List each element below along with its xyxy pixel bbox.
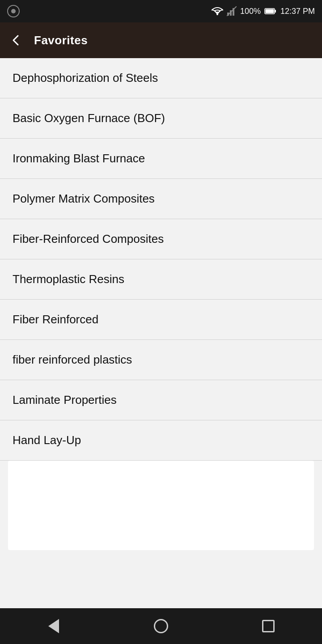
list-item[interactable]: fiber reinforced plastics [0,340,322,380]
battery-icon [264,8,277,15]
recent-nav-icon [262,620,275,632]
status-bar-left [7,5,20,17]
list-item-text: Laminate Properties [13,393,117,407]
home-nav-icon [154,619,168,633]
list-item-text: Fiber Reinforced [13,313,98,326]
battery-percentage: 100% [240,7,261,16]
list-item[interactable]: Laminate Properties [0,380,322,420]
list-item-text: fiber reinforced plastics [13,353,132,367]
list-item[interactable]: Basic Oxygen Furnace (BOF) [0,98,322,139]
list-item-text: Basic Oxygen Furnace (BOF) [13,111,165,125]
list-item[interactable]: Fiber-Reinforced Composites [0,219,322,259]
list-item-text: Fiber-Reinforced Composites [13,232,164,246]
list-item[interactable]: Dephosphorization of Steels [0,58,322,98]
empty-card [8,461,314,550]
list-item[interactable]: Ironmaking Blast Furnace [0,139,322,179]
svg-point-0 [216,13,218,15]
bottom-navigation [0,608,322,644]
list-item-text: Polymer Matrix Composites [13,192,155,206]
svg-rect-7 [275,10,276,13]
list-item-text: Hand Lay-Up [13,433,81,447]
nav-recent-button[interactable] [250,608,286,644]
status-icon [7,5,20,17]
list-item-text: Dephosphorization of Steels [13,71,158,85]
list-item-text: Thermoplastic Resins [13,272,124,286]
back-nav-icon [48,619,59,633]
time-display: 12:37 PM [280,7,315,16]
nav-home-button[interactable] [143,608,179,644]
back-button[interactable] [9,33,23,47]
list-item[interactable]: Fiber Reinforced [0,300,322,340]
page-title: Favorites [34,34,88,47]
wifi-icon [212,7,223,16]
status-bar-right: 100% 12:37 PM [212,6,315,16]
nav-back-button[interactable] [36,608,72,644]
list-item[interactable]: Thermoplastic Resins [0,259,322,300]
favorites-list: Dephosphorization of Steels Basic Oxygen… [0,58,322,608]
list-item[interactable]: Polymer Matrix Composites [0,179,322,219]
app-bar: Favorites [0,22,322,58]
list-item[interactable]: Hand Lay-Up [0,420,322,461]
signal-icon [227,6,237,16]
svg-rect-6 [265,9,274,13]
status-bar: 100% 12:37 PM [0,0,322,22]
list-item-text: Ironmaking Blast Furnace [13,152,145,165]
